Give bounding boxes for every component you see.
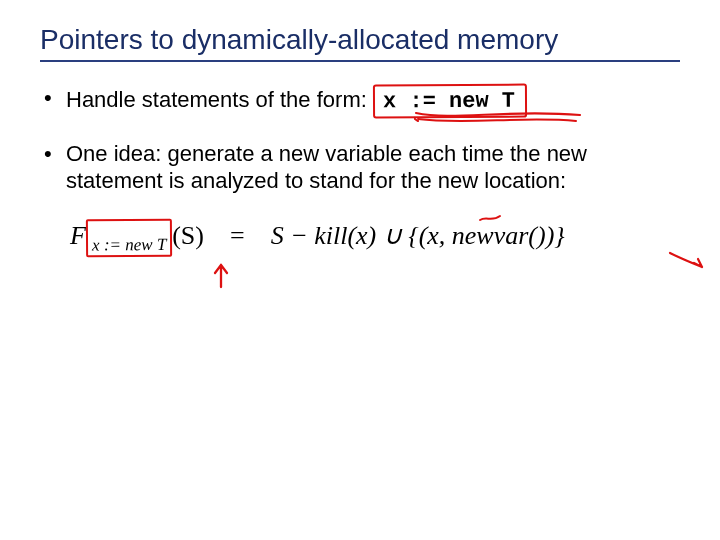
arrow-down-right-icon bbox=[668, 249, 708, 273]
slide-title: Pointers to dynamically-allocated memory bbox=[40, 24, 680, 62]
code-red-box: x := new T bbox=[373, 84, 527, 118]
formula-sub: x := new T bbox=[92, 234, 166, 254]
tick-mark-icon bbox=[478, 207, 502, 225]
slide: Pointers to dynamically-allocated memory… bbox=[0, 0, 720, 540]
formula-sub-red-box: x := new T bbox=[86, 218, 173, 257]
bullet-1-text: Handle statements of the form: bbox=[66, 87, 373, 112]
formula-F: F bbox=[70, 221, 86, 250]
arrow-up-icon bbox=[208, 259, 234, 289]
bullet-1: Handle statements of the form: x := new … bbox=[40, 84, 680, 118]
bullet-list: Handle statements of the form: x := new … bbox=[40, 84, 680, 195]
bullet-2-text: One idea: generate a new variable each t… bbox=[66, 141, 587, 194]
formula-eq: = bbox=[223, 221, 251, 250]
bullet-2: One idea: generate a new variable each t… bbox=[40, 140, 680, 195]
formula-rhs: S − kill(x) ∪ {(x, newvar())} bbox=[271, 221, 565, 250]
formula: Fx := new T(S) = S − kill(x) ∪ {(x, newv… bbox=[70, 219, 680, 257]
formula-arg: (S) bbox=[172, 221, 204, 250]
code-fragment: x := new T bbox=[379, 88, 519, 116]
